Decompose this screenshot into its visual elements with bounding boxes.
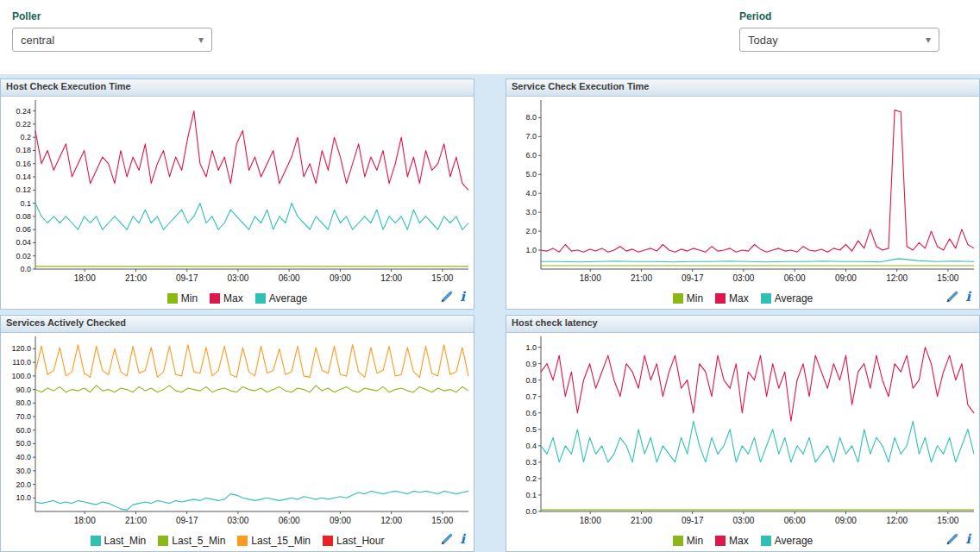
svg-text:06:00: 06:00 [784, 516, 806, 525]
legend-item-average: Average [255, 292, 307, 304]
panel-title: Host check latency [506, 316, 979, 333]
legend-label: Min [687, 535, 703, 547]
svg-text:15:00: 15:00 [431, 273, 453, 283]
svg-text:0.14: 0.14 [16, 172, 31, 181]
svg-text:18:00: 18:00 [580, 273, 601, 283]
legend-item-last_hour: Last_Hour [323, 535, 384, 547]
panel-title: Service Check Execution Time [506, 79, 979, 97]
svg-text:1.0: 1.0 [525, 246, 537, 254]
svg-text:09:00: 09:00 [330, 273, 351, 283]
pencil-icon[interactable] [441, 533, 453, 545]
chart-legend: MinMaxAverage [673, 535, 814, 547]
legend-label: Average [775, 535, 813, 547]
legend-label: Max [729, 292, 749, 304]
svg-text:18:00: 18:00 [580, 516, 601, 525]
poller-select[interactable]: central ▾ [12, 28, 212, 52]
svg-text:50.0: 50.0 [16, 439, 31, 448]
info-icon[interactable]: i [460, 291, 465, 303]
info-icon[interactable]: i [460, 533, 465, 545]
panel-actions: i [946, 533, 971, 545]
legend-swatch-icon [167, 293, 178, 304]
svg-text:09-17: 09-17 [176, 516, 198, 525]
svg-text:0.04: 0.04 [16, 238, 31, 247]
chart-services-actively-checked: 10.020.030.040.050.060.070.080.090.0100.… [1, 333, 474, 530]
svg-text:12:00: 12:00 [886, 273, 908, 283]
legend-label: Min [181, 292, 198, 304]
legend-swatch-icon [673, 293, 683, 304]
pencil-icon[interactable] [946, 291, 958, 303]
legend-swatch-icon [91, 536, 101, 546]
svg-text:0.6: 0.6 [525, 409, 537, 417]
panel-footer: MinMaxAverage i [506, 288, 979, 309]
svg-text:18:00: 18:00 [74, 273, 96, 283]
svg-text:0.2: 0.2 [20, 133, 31, 141]
svg-text:110.0: 110.0 [12, 358, 31, 367]
svg-text:0.8: 0.8 [525, 376, 537, 385]
svg-text:0.7: 0.7 [525, 392, 537, 401]
legend-swatch-icon [255, 293, 266, 304]
period-filter-group: Period Today ▾ [739, 10, 939, 52]
info-icon[interactable]: i [965, 291, 971, 303]
svg-text:09-17: 09-17 [682, 516, 704, 525]
svg-text:100.0: 100.0 [11, 372, 31, 380]
poller-filter-group: Poller central ▾ [12, 10, 212, 52]
svg-text:09:00: 09:00 [835, 273, 857, 283]
svg-text:0.9: 0.9 [525, 360, 537, 368]
panel-title: Host Check Execution Time [1, 79, 474, 97]
legend-label: Max [223, 292, 243, 304]
legend-label: Last_5_Min [172, 535, 225, 547]
svg-text:30.0: 30.0 [16, 467, 31, 475]
legend-swatch-icon [761, 536, 771, 546]
svg-text:0.24: 0.24 [16, 107, 31, 116]
chevron-down-icon: ▾ [926, 34, 931, 46]
legend-item-min: Min [673, 292, 703, 304]
legend-item-last_5_min: Last_5_Min [158, 535, 225, 547]
panel-footer: MinMaxAverage i [1, 288, 474, 309]
pencil-icon[interactable] [441, 291, 453, 303]
svg-text:21:00: 21:00 [631, 273, 652, 283]
svg-text:40.0: 40.0 [16, 453, 31, 461]
chevron-down-icon: ▾ [198, 34, 204, 46]
svg-text:03:00: 03:00 [227, 516, 248, 525]
legend-swatch-icon [210, 293, 220, 304]
svg-text:0.08: 0.08 [16, 212, 31, 221]
legend-item-last_15_min: Last_15_Min [237, 535, 311, 547]
svg-text:0.5: 0.5 [525, 425, 537, 434]
legend-item-average: Average [761, 535, 813, 547]
legend-swatch-icon [237, 536, 248, 546]
period-label: Period [739, 10, 939, 22]
pencil-icon[interactable] [946, 533, 958, 545]
svg-text:20.0: 20.0 [16, 480, 31, 489]
panel-host-check-execution-time: Host Check Execution Time 0.00.020.040.0… [0, 78, 474, 310]
legend-label: Last_15_Min [251, 535, 311, 547]
chart-legend: MinMaxAverage [167, 292, 308, 304]
svg-text:120.0: 120.0 [11, 344, 31, 353]
legend-item-max: Max [210, 292, 243, 304]
svg-text:3.0: 3.0 [525, 208, 537, 216]
legend-swatch-icon [158, 536, 168, 546]
svg-text:03:00: 03:00 [732, 516, 754, 525]
legend-label: Min [687, 292, 703, 304]
svg-text:0.02: 0.02 [16, 252, 31, 260]
legend-label: Average [775, 292, 813, 304]
svg-text:5.0: 5.0 [525, 170, 537, 179]
svg-text:60.0: 60.0 [16, 426, 31, 435]
svg-text:06:00: 06:00 [279, 516, 300, 525]
chart-service-check-execution-time: 1.02.03.04.05.06.07.08.018:0021:0009-170… [506, 97, 979, 288]
info-icon[interactable]: i [965, 533, 971, 545]
svg-text:0.3: 0.3 [525, 458, 537, 467]
period-select[interactable]: Today ▾ [739, 28, 939, 52]
legend-label: Last_Hour [336, 535, 384, 547]
legend-item-max: Max [715, 292, 749, 304]
svg-text:70.0: 70.0 [16, 412, 31, 421]
svg-text:12:00: 12:00 [380, 273, 402, 283]
legend-swatch-icon [715, 536, 726, 546]
svg-text:0.2: 0.2 [525, 474, 537, 483]
svg-text:0.1: 0.1 [20, 199, 31, 208]
poller-select-value: central [21, 34, 54, 47]
legend-item-average: Average [761, 292, 813, 304]
svg-text:90.0: 90.0 [16, 386, 31, 394]
svg-text:09-17: 09-17 [682, 273, 704, 283]
svg-text:2.0: 2.0 [525, 227, 537, 235]
poller-label: Poller [12, 10, 212, 22]
